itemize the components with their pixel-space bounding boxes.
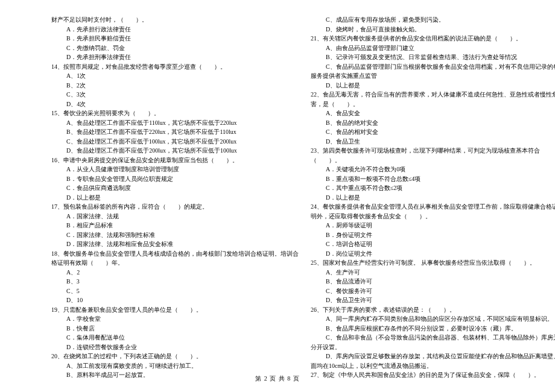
- text-line: 财产不足以同时支付时，（ ）。: [51, 15, 299, 25]
- text-line: C、成品应有专用存放场所，避免受到污染。: [311, 15, 555, 25]
- text-line: 25、国家对食品生产经营实行许可制度。 从事餐饮服务经营应当依法取得（ ）。: [311, 258, 555, 268]
- right-column: C、成品应有专用存放场所，避免受到污染。D、烧烤时，食品可直接接触火焰。21、有…: [311, 15, 555, 380]
- text-line: C．食品供应商遴选制度: [51, 183, 299, 193]
- text-line: A、加工前发现有腐败变质的，可继续进行加工。: [51, 361, 299, 371]
- text-line: 20、在烧烤加工的过程中，下列表述正确的是（ ）。: [51, 352, 299, 361]
- text-line: 格证明有效期（ ）年。: [51, 258, 299, 268]
- text-line: B、记录许可颁发及变更情况、日常监督检查结果、违法行为查处等情况: [311, 52, 555, 62]
- text-line: 16、申请中央厨房提交的保证食品安全的规章制度应当包括（ ）。: [51, 156, 299, 165]
- text-line: B．身份证明文件: [311, 230, 555, 240]
- text-line: A．从业人员健康管理制度和培训管理制度: [51, 165, 299, 174]
- text-line: 21、有关辖区内餐饮服务提供者的食品安全信用档案的说法正确的是（ ）。: [311, 34, 555, 43]
- text-line: A、食品安全: [311, 109, 555, 118]
- text-line: 24、餐饮服务提供者食品安全管理人员在从事相关食品安全管理工作前，除应取得健康合…: [311, 202, 555, 212]
- text-line: D．先承担刑事法律责任: [51, 52, 299, 62]
- text-line: 服务提供者实施重点监管: [311, 71, 555, 81]
- text-line: B、食品处理区工作面不应低于220lux，其它场所不应低于110lux: [51, 127, 299, 137]
- text-line: B、食品库房应根据贮存条件的不同分别设置，必要时设冷冻（藏）库。: [311, 324, 555, 334]
- text-line: B、食品流通许可: [311, 277, 555, 286]
- text-line: D、4次: [51, 100, 299, 109]
- text-line: D．岗位证明文件: [311, 249, 555, 259]
- text-line: D．以上都是: [311, 193, 555, 203]
- left-column: 财产不足以同时支付时，（ ）。A．先承担行政法律责任B．先承担民事赔偿责任C．先…: [51, 15, 299, 380]
- text-line: C、5: [51, 286, 299, 296]
- page-footer: 第 2 页 共 8 页: [0, 375, 555, 383]
- text-line: C、食品的相对安全: [311, 127, 555, 137]
- text-line: C．先缴纳罚款、罚金: [51, 43, 299, 53]
- text-line: 26、下列关于库房的要求，表述错误的是：（ ）。: [311, 305, 555, 315]
- text-line: B．重点项和一般项不符合总数≤4项: [311, 174, 555, 184]
- text-line: C、食品处理区工作面不应低于100lux，其它场所不应低于200lux: [51, 137, 299, 147]
- text-line: B、食品的绝对安全: [311, 118, 555, 128]
- text-line: （ ）。: [311, 156, 555, 165]
- text-line: 15、餐饮业的采光照明要求为（ ）。: [51, 109, 299, 118]
- text-line: A、食品处理区工作面不应低于110lux，其它场所不应低于220lux: [51, 118, 299, 128]
- text-line: A、1次: [51, 71, 299, 81]
- text-line: D、烧烤时，食品可直接接触火焰。: [311, 25, 555, 34]
- text-line: 18、餐饮服务单位食品安全管理人员考核成绩合格的，由考核部门发给培训合格证明。培…: [51, 249, 299, 259]
- text-line: D、10: [51, 296, 299, 305]
- text-line: D．以上都是: [51, 193, 299, 203]
- text-line: D、食品卫生许可: [311, 296, 555, 305]
- text-line: A．关键项允许不符合数为0项: [311, 165, 555, 174]
- text-line: A、2: [51, 268, 299, 277]
- text-line: C．国家法律、法规和强制性标准: [51, 230, 299, 240]
- text-line: A．厨师等级证明: [311, 221, 555, 230]
- text-line: B、3: [51, 277, 299, 286]
- text-line: D、食品卫生: [311, 137, 555, 147]
- page-container: 财产不足以同时支付时，（ ）。A．先承担行政法律责任B．先承担民事赔偿责任C．先…: [0, 0, 555, 392]
- text-line: A．国家法律、法规: [51, 212, 299, 221]
- text-line: 14、按照市局规定，对食品批发经营者每季度至少巡查（ ）。: [51, 62, 299, 72]
- text-line: 面均在10cm以上，以利空气流通及物品搬运。: [311, 361, 555, 371]
- text-line: 明外，还应取得餐饮服务食品安全（ ）。: [311, 212, 555, 221]
- text-line: 害，是（ ）。: [311, 100, 555, 109]
- text-line: C．其中重点项不符合数≤2项: [311, 183, 555, 193]
- text-line: D．连锁经营餐饮服务企业: [51, 343, 299, 352]
- text-line: 22、食品无毒无害，符合应当有的营养要求，对人体健康不造成任何急性、亚急性或者慢…: [311, 90, 555, 100]
- text-line: C、食品和非食品（不会导致食品污染的食品容器、包装材料、工具等物品除外）库房无需: [311, 333, 555, 343]
- text-line: A、由食品药品监督管理部门建立: [311, 43, 555, 53]
- text-line: B．相应产品标准: [51, 221, 299, 230]
- text-line: C．集体用餐配送单位: [51, 333, 299, 343]
- text-line: C、3次: [51, 90, 299, 100]
- text-line: 17、预包装食品标签的所有内容，应符合（ ）的规定。: [51, 202, 299, 212]
- text-line: A．先承担行政法律责任: [51, 25, 299, 34]
- text-line: 分开设置。: [311, 343, 555, 352]
- text-line: 23、第四类餐饮服务许可现场核查时，出现下列哪种结果，可判定为现场核查基本符合: [311, 146, 555, 156]
- text-line: C．培训合格证明: [311, 239, 555, 249]
- text-line: A．学校食堂: [51, 314, 299, 324]
- text-line: B．先承担民事赔偿责任: [51, 34, 299, 43]
- text-line: D．国家法律、法规和相应食品安全标准: [51, 239, 299, 249]
- text-line: C、餐饮服务许可: [311, 286, 555, 296]
- text-line: B．专职食品安全管理人员岗位职责规定: [51, 174, 299, 184]
- text-line: D、以上都是: [311, 81, 555, 90]
- text-line: C、食品药品监督管理部门应当根据餐饮服务食品安全信用档案，对有不良信用记录的餐饮: [311, 62, 555, 72]
- text-line: B．快餐店: [51, 324, 299, 334]
- text-line: B、2次: [51, 81, 299, 90]
- text-line: A、同一库房内贮存不同类别食品和物品的应区分存放区域，不同区域应有明显标识。: [311, 314, 555, 324]
- text-line: 19、只需配备兼职食品安全管理人员的单位是（ ）。: [51, 305, 299, 315]
- text-line: D、食品处理区工作面不应低于200lux，其它场所不应低于100lux: [51, 146, 299, 156]
- text-line: A、生产许可: [311, 268, 555, 277]
- text-line: D、库房内应设置足够数量的存放架，其结构及位置应能使贮存的食品和物品距离墙壁、地: [311, 352, 555, 361]
